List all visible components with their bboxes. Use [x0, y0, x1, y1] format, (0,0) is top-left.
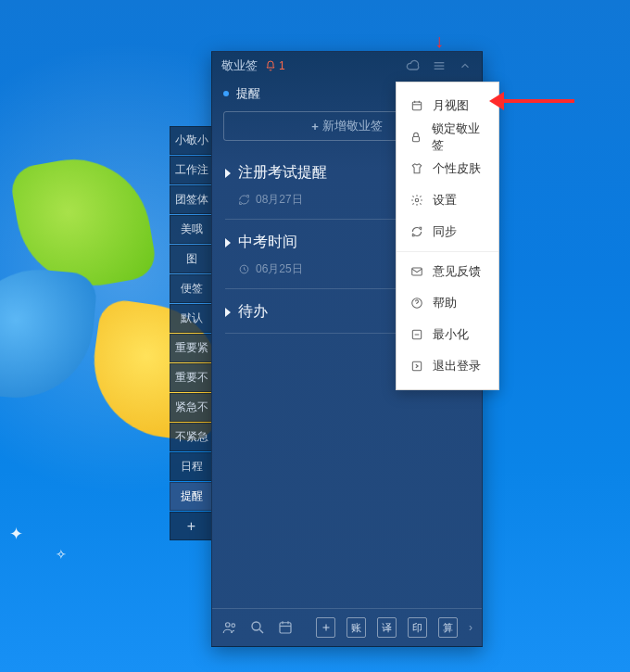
- annotation-arrow-down: ↓: [435, 31, 444, 52]
- section-dot-icon: [223, 91, 229, 96]
- sidebar-tab[interactable]: 团签体: [170, 185, 212, 214]
- gear-icon: [410, 194, 423, 208]
- svg-rect-14: [412, 102, 421, 110]
- menu-item-label: 帮助: [433, 295, 457, 311]
- contacts-icon[interactable]: [221, 619, 238, 636]
- search-icon[interactable]: [249, 619, 266, 636]
- section-title: 提醒: [236, 85, 260, 102]
- sparkle-icon: ✦: [9, 524, 23, 544]
- caret-right-icon: [225, 169, 231, 178]
- desktop-background: ✦ ✧ 小敬小工作注团签体美哦图便签默认重要紧重要不紧急不不紧急日程提醒+ 敬业…: [0, 0, 630, 672]
- sidebar-tab[interactable]: 美哦: [170, 215, 212, 244]
- svg-rect-8: [280, 623, 291, 633]
- tool-calc-button[interactable]: 算: [438, 617, 458, 638]
- calendar-icon: [410, 99, 423, 113]
- menu-item-gear[interactable]: 设置: [397, 184, 498, 216]
- note-date: 08月27日: [256, 192, 303, 208]
- sidebar-tab[interactable]: 日程: [170, 452, 212, 481]
- lock-icon: [410, 131, 422, 145]
- menu-separator: [397, 251, 498, 252]
- menu-item-label: 月视图: [433, 97, 469, 114]
- sidebar-tab[interactable]: 不紧急: [170, 423, 212, 451]
- note-title: 注册考试提醒: [238, 163, 327, 183]
- menu-item-help[interactable]: 帮助: [397, 287, 498, 319]
- caret-right-icon: [225, 238, 231, 247]
- svg-rect-25: [412, 361, 421, 370]
- new-square-button[interactable]: [316, 617, 335, 638]
- menu-item-label: 设置: [433, 192, 457, 209]
- notification-badge[interactable]: 1: [265, 59, 285, 72]
- svg-point-6: [252, 622, 260, 630]
- menu-item-shirt[interactable]: 个性皮肤: [397, 153, 498, 184]
- bottom-toolbar: 账 译 印 算 ›: [212, 608, 482, 646]
- caret-right-icon: [225, 308, 231, 317]
- menu-item-label: 最小化: [433, 326, 469, 343]
- sidebar-tab[interactable]: 便签: [170, 274, 212, 303]
- repeat-icon: [238, 194, 250, 206]
- menu-item-label: 锁定敬业签: [432, 120, 485, 154]
- help-icon: [410, 297, 423, 311]
- clock-icon: [238, 263, 250, 275]
- sidebar-tab[interactable]: 紧急不: [170, 393, 212, 422]
- notification-count: 1: [279, 59, 285, 72]
- svg-line-7: [259, 629, 263, 633]
- menu-item-minimize[interactable]: 最小化: [397, 319, 498, 350]
- note-date: 06月25日: [256, 261, 303, 277]
- sidebar-tab-add[interactable]: +: [170, 512, 212, 540]
- sidebar-tab[interactable]: 图: [170, 245, 212, 273]
- sidebar-tab[interactable]: 重要不: [170, 363, 212, 392]
- bell-icon: [265, 60, 276, 71]
- chevron-right-icon[interactable]: ›: [469, 621, 472, 634]
- shirt-icon: [410, 162, 423, 176]
- plus-icon: +: [311, 120, 319, 133]
- collapse-icon[interactable]: [458, 58, 472, 73]
- svg-rect-18: [413, 136, 420, 141]
- cloud-icon[interactable]: [406, 58, 421, 73]
- app-title: 敬业签: [221, 57, 258, 74]
- titlebar[interactable]: 敬业签 1: [212, 52, 482, 80]
- menu-icon[interactable]: [432, 58, 447, 73]
- tool-account-button[interactable]: 账: [346, 617, 366, 638]
- sidebar-tab[interactable]: 小敬小: [170, 126, 212, 155]
- sync-icon: [410, 225, 423, 239]
- menu-item-label: 退出登录: [433, 358, 481, 374]
- svg-point-5: [232, 624, 235, 628]
- note-title: 中考时间: [238, 233, 297, 252]
- calendar-icon[interactable]: [277, 619, 294, 636]
- svg-point-4: [226, 623, 231, 628]
- menu-item-mail[interactable]: 意见反馈: [397, 256, 498, 287]
- sidebar-tab[interactable]: 默认: [170, 304, 212, 333]
- sidebar-tabs: 小敬小工作注团签体美哦图便签默认重要紧重要不紧急不不紧急日程提醒+: [170, 126, 212, 541]
- menu-item-label: 意见反馈: [433, 263, 481, 280]
- svg-point-19: [415, 198, 419, 202]
- mail-icon: [410, 265, 423, 279]
- menu-item-lock[interactable]: 锁定敬业签: [397, 121, 498, 153]
- sidebar-tab[interactable]: 工作注: [170, 156, 212, 184]
- dropdown-menu: 月视图锁定敬业签个性皮肤设置同步意见反馈帮助最小化退出登录: [396, 82, 499, 390]
- menu-item-sync[interactable]: 同步: [397, 216, 498, 247]
- sidebar-tab[interactable]: 提醒: [170, 482, 212, 511]
- add-note-label: 新增敬业签: [322, 118, 383, 134]
- note-title: 待办: [238, 302, 268, 322]
- sparkle-icon: ✧: [56, 547, 67, 562]
- exit-icon: [410, 360, 423, 374]
- minimize-icon: [410, 328, 423, 342]
- menu-item-label: 个性皮肤: [433, 160, 481, 177]
- menu-item-exit[interactable]: 退出登录: [397, 350, 498, 382]
- menu-item-calendar[interactable]: 月视图: [397, 90, 498, 121]
- sidebar-tab[interactable]: 重要紧: [170, 334, 212, 362]
- tool-translate-button[interactable]: 译: [377, 617, 397, 638]
- menu-item-label: 同步: [433, 223, 457, 240]
- windows-logo: [0, 139, 185, 361]
- tool-print-button[interactable]: 印: [408, 617, 427, 638]
